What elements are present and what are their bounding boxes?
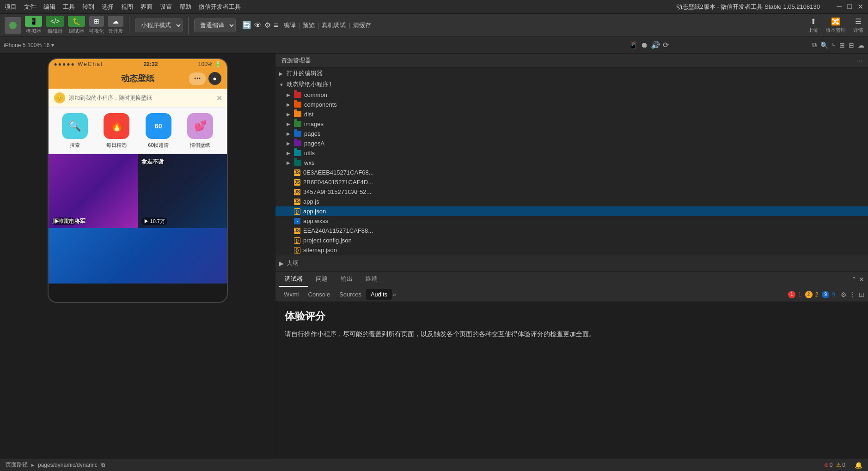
close-button[interactable]: ✕ (857, 2, 863, 11)
mode-select[interactable]: 小程序模式 (135, 18, 183, 32)
more-options-btn[interactable]: ··· (189, 72, 205, 85)
subtab-wxml[interactable]: Wxml (279, 289, 304, 300)
outline-header[interactable]: ▶ 大纲 (279, 257, 864, 269)
upload-button[interactable]: ⬆ 上传 (808, 17, 818, 34)
menu-item-select[interactable]: 选择 (102, 3, 114, 11)
tree-file-projectconfig[interactable]: ▶ {} project.config.json (275, 236, 868, 245)
subtab-sources[interactable]: Sources (335, 289, 366, 300)
settings-gear-button[interactable]: ⚙ (264, 21, 271, 30)
close-debugger-icon[interactable]: ✕ (859, 276, 864, 283)
git-icon[interactable]: ⑂ (832, 42, 836, 49)
debug-tab-issues[interactable]: 问题 (310, 272, 333, 287)
menu-item-interface[interactable]: 界面 (141, 3, 153, 11)
banner-close-icon[interactable]: ✕ (216, 94, 222, 103)
debugger-button[interactable]: 🐛 调试器 (68, 16, 85, 35)
tree-folder-pagesA[interactable]: ▶ pagesA (275, 139, 868, 148)
search-files-icon[interactable]: 🔍 (820, 42, 828, 49)
tree-opened-editors[interactable]: ▶ 打开的编辑器 (275, 68, 868, 79)
tree-file-2b6f[interactable]: ▶ JS 2B6F04A015271CAF4D... (275, 177, 868, 187)
settings-icon[interactable]: ⚙ (841, 291, 847, 298)
phone-icons-row: 🔍 搜索 🔥 每日精选 60 60帧超清 💕 情侣壁纸 (49, 108, 227, 154)
toggle-btn[interactable]: ● (208, 72, 221, 85)
tree-file-3457[interactable]: ▶ JS 3457A9F315271CAF52... (275, 187, 868, 197)
maximize-button[interactable]: □ (847, 2, 852, 11)
audio-icon[interactable]: 🔊 (651, 41, 660, 49)
folder-icon-wxs (294, 160, 301, 166)
debug-tab-output[interactable]: 输出 (335, 272, 358, 287)
tree-folder-utils[interactable]: ▶ utils (275, 148, 868, 158)
debug-tab-debugger[interactable]: 调试器 (279, 272, 308, 287)
menu-item-settings[interactable]: 设置 (160, 3, 172, 11)
menu-item-devtools[interactable]: 微信开发者工具 (199, 3, 241, 11)
arrow-icon: ▶ (287, 112, 292, 117)
tree-folder-images[interactable]: ▶ images (275, 119, 868, 129)
more-tabs-icon[interactable]: » (393, 291, 396, 298)
cloud-button[interactable]: ☁ 云开发 (108, 16, 123, 35)
copy-icon[interactable]: ⧉ (812, 41, 817, 49)
arrow-icon: ▶ (287, 92, 292, 97)
debug-tab-terminal[interactable]: 终端 (360, 272, 383, 287)
chevron-down-icon[interactable]: ▾ (51, 42, 54, 48)
phone-icon-daily[interactable]: 🔥 每日精选 (104, 113, 129, 149)
tree-folder-dist[interactable]: ▶ dist (275, 109, 868, 119)
grid-item-3[interactable] (49, 228, 227, 302)
daily-label: 每日精选 (106, 142, 127, 149)
folder-icon-components (294, 102, 301, 108)
tree-file-appjson[interactable]: ▶ {} app.json (275, 206, 868, 216)
layers-button[interactable]: ≡ (274, 21, 278, 30)
filename-3457: 3457A9F315271CAF52... (303, 188, 371, 195)
visual-button[interactable]: ⊞ 可视化 (89, 16, 104, 35)
phone-icon-lovers[interactable]: 💕 情侣壁纸 (187, 113, 213, 149)
bottom-status-bar: 页面路径 ▸ pages/dynamic/dynamic ⧉ ⊗ 0 ⚠ 0 🔔 (0, 458, 868, 471)
explorer-header: 资源管理器 ··· (275, 54, 868, 68)
tree-file-eea2[interactable]: ▶ JS EEA240A115271CAF88... (275, 226, 868, 236)
status-right: ⊗ 0 ⚠ 0 🔔 (824, 461, 862, 469)
tree-project-root[interactable]: ▼ 动态壁纸小程序1 (275, 79, 868, 90)
tree-file-0e3a[interactable]: ▶ JS 0E3AEEB415271CAF68... (275, 168, 868, 177)
split-icon[interactable]: ⊟ (849, 42, 854, 49)
tree-file-sitemap[interactable]: ▶ {} sitemap.json (275, 245, 868, 255)
bell-icon[interactable]: 🔔 (855, 461, 862, 469)
tree-file-appwxss[interactable]: ▶ ~ app.wxss (275, 216, 868, 226)
record-icon[interactable]: ⏺ (641, 41, 648, 49)
detail-button[interactable]: ☰ 详情 (853, 17, 863, 34)
tree-folder-common[interactable]: ▶ common (275, 90, 868, 100)
maximize-panel-icon[interactable]: ⊡ (859, 291, 864, 298)
copy-status-icon[interactable]: ⧉ (101, 462, 105, 468)
preview-eye-button[interactable]: 👁 (254, 21, 262, 30)
subtab-console[interactable]: Console (304, 289, 335, 300)
menu-item-file[interactable]: 文件 (24, 3, 36, 11)
phone-icon[interactable]: 📱 (629, 41, 638, 49)
subtabs-row: Wxml Console Sources Audits » 1 1 2 2 9 (275, 287, 868, 302)
phone-icon-search[interactable]: 🔍 搜索 (62, 113, 88, 149)
tree-file-appjs[interactable]: ▶ JS app.js (275, 197, 868, 206)
menu-item-view[interactable]: 视图 (121, 3, 133, 11)
version-manager-button[interactable]: 🔀 版本管理 (825, 17, 846, 34)
editor-button[interactable]: </> 编辑器 (46, 16, 64, 35)
grid-item-2[interactable]: 拿走不谢 ▶ 10.7万 (138, 154, 227, 228)
cloud2-icon[interactable]: ☁ (858, 42, 864, 49)
rotate-icon[interactable]: ⟳ (663, 41, 669, 49)
sixty-circle-icon: 60 (146, 113, 171, 139)
refresh-button[interactable]: 🔄 (242, 21, 251, 30)
menu-dots-icon[interactable]: ⋮ (850, 291, 856, 298)
divider: | (299, 22, 300, 29)
compile-select[interactable]: 普通编译 (194, 18, 236, 32)
menu-item-edit[interactable]: 编辑 (43, 3, 55, 11)
simulator-button[interactable]: 📱 模拟器 (25, 16, 42, 35)
tree-folder-wxs[interactable]: ▶ wxs (275, 158, 868, 168)
subtab-audits[interactable]: Audits (366, 289, 392, 300)
minimize-button[interactable]: ─ (837, 2, 842, 11)
menu-item-tools[interactable]: 工具 (63, 3, 75, 11)
menu-item-project[interactable]: 项目 (5, 3, 17, 11)
grid-icon[interactable]: ⊞ (839, 42, 845, 49)
explorer-more-icon[interactable]: ··· (857, 57, 862, 64)
phone-icon-60[interactable]: 60 60帧超清 (146, 113, 171, 149)
expand-icon[interactable]: ⌃ (851, 276, 857, 283)
menu-item-goto[interactable]: 转到 (82, 3, 94, 11)
menu-item-help[interactable]: 帮助 (179, 3, 191, 11)
grid-item-1[interactable]: 原神雷电将军 ▶ 1.1万 (49, 154, 138, 228)
tree-folder-pages[interactable]: ▶ pages (275, 129, 868, 139)
tree-folder-components[interactable]: ▶ components (275, 100, 868, 109)
status-path-divider: ▸ (31, 462, 34, 468)
